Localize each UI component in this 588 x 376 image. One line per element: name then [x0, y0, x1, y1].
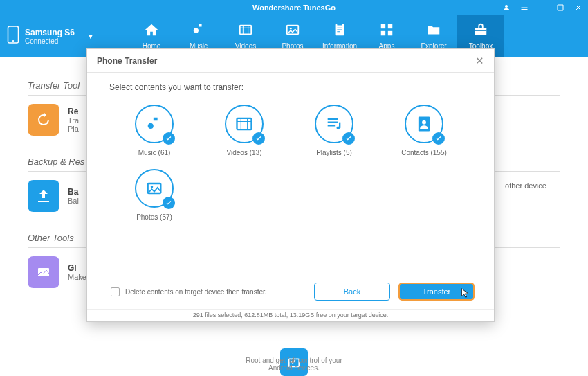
modal-close-button[interactable]: ✕	[475, 55, 484, 67]
content-photos[interactable]: Photos (57)	[109, 169, 199, 221]
content-music[interactable]: Music (61)	[109, 105, 199, 156]
check-icon	[432, 132, 445, 145]
toolbox-icon	[473, 22, 488, 40]
content-playlists-label: Playlists (5)	[316, 149, 352, 156]
svg-point-1	[12, 40, 14, 42]
check-icon	[163, 132, 175, 145]
svg-rect-13	[38, 268, 49, 276]
modal-title: Phone Transfer	[97, 56, 157, 66]
back-button-label: Back	[344, 287, 360, 296]
home-icon	[144, 22, 159, 40]
svg-rect-6	[337, 24, 342, 26]
delete-checkbox-wrap[interactable]: Delete contents on target device then tr…	[111, 287, 314, 296]
content-videos[interactable]: Videos (13)	[199, 105, 289, 156]
content-contacts-label: Contacts (155)	[401, 149, 447, 156]
modal-instruction: Select contents you want to transfer:	[109, 82, 472, 92]
rebuild-icon	[28, 104, 59, 136]
music-icon	[191, 22, 206, 40]
svg-rect-9	[381, 31, 385, 35]
svg-rect-10	[388, 31, 392, 35]
svg-point-20	[151, 186, 154, 188]
transfer-button[interactable]: Transfer	[398, 283, 475, 301]
footer-l2: Android devices.	[268, 364, 320, 372]
svg-rect-2	[240, 26, 252, 35]
content-playlists[interactable]: Playlists (5)	[289, 105, 379, 156]
footer-text: Root and get full-control of your Androi…	[0, 357, 588, 372]
check-icon	[342, 132, 355, 145]
footer-l1: Root and get full-control of your	[246, 357, 342, 364]
svg-point-18	[422, 120, 426, 125]
modal-header: Phone Transfer ✕	[87, 49, 494, 73]
cursor-icon	[461, 288, 470, 301]
phone-transfer-modal: Phone Transfer ✕ Select contents you wan…	[86, 48, 495, 322]
close-icon[interactable]	[574, 3, 582, 12]
bg-backup-title: Ba	[68, 187, 79, 197]
svg-rect-8	[388, 24, 392, 28]
user-icon[interactable]	[502, 3, 511, 12]
check-icon	[163, 197, 175, 209]
maximize-icon[interactable]	[556, 3, 564, 12]
content-music-label: Music (61)	[138, 149, 171, 156]
bg-rebuild-l1: Tra	[68, 116, 79, 125]
bg-rebuild-title: Re	[68, 107, 79, 116]
svg-rect-12	[475, 30, 487, 31]
app-title: Wondershare TunesGo	[252, 3, 336, 12]
svg-rect-11	[475, 28, 487, 35]
svg-point-4	[290, 28, 292, 30]
device-name: Samsung S6	[25, 28, 75, 37]
apps-icon	[379, 22, 394, 40]
title-bar: Wondershare TunesGo	[0, 0, 588, 15]
back-button[interactable]: Back	[314, 283, 390, 301]
device-status: Connected	[25, 37, 75, 45]
photos-icon	[285, 22, 300, 40]
check-icon	[252, 132, 265, 145]
phone-icon	[7, 25, 19, 47]
content-contacts[interactable]: Contacts (155)	[379, 105, 469, 156]
content-videos-label: Videos (13)	[227, 149, 262, 156]
svg-rect-15	[237, 118, 252, 129]
bg-backup-l1: Bal	[68, 197, 79, 205]
delete-checkbox[interactable]	[111, 287, 120, 296]
explorer-icon	[426, 22, 441, 40]
modal-status: 291 files selected, 612.81MB total; 13.1…	[87, 309, 494, 321]
information-icon	[332, 22, 347, 40]
minimize-icon[interactable]	[538, 3, 546, 12]
gif-icon	[28, 256, 59, 288]
backup-icon	[28, 180, 59, 212]
svg-rect-7	[381, 24, 385, 28]
chevron-down-icon: ▼	[87, 33, 94, 40]
menu-icon[interactable]	[520, 3, 529, 12]
content-photos-label: Photos (57)	[136, 213, 172, 221]
bg-rebuild-l2: Pla	[68, 125, 79, 133]
transfer-button-label: Transfer	[423, 287, 451, 296]
videos-icon	[238, 22, 253, 40]
right-peek-text: other device	[505, 181, 546, 190]
delete-checkbox-label: Delete contents on target device then tr…	[125, 288, 267, 296]
device-selector[interactable]: Samsung S6 Connected ▼	[7, 25, 114, 47]
